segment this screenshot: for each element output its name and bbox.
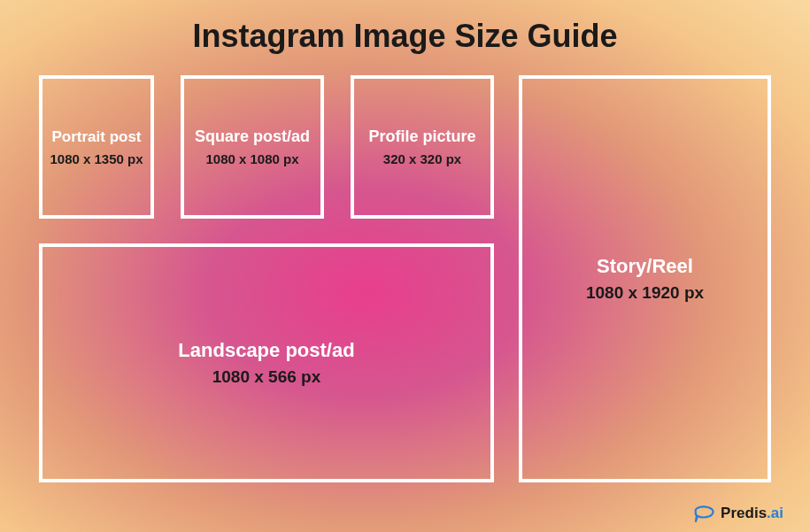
story-label: Story/Reel	[597, 255, 693, 278]
brand-name-dark: Predis	[721, 505, 767, 521]
square-label: Square post/ad	[195, 127, 310, 146]
brand-footer: Predis.ai	[692, 504, 783, 523]
brand-logo-icon	[692, 504, 715, 523]
brand-text: Predis.ai	[721, 505, 783, 522]
profile-dimensions: 320 x 320 px	[383, 151, 461, 166]
profile-label: Profile picture	[368, 127, 475, 146]
box-landscape-post: Landscape post/ad 1080 x 566 px	[39, 243, 494, 482]
landscape-dimensions: 1080 x 566 px	[212, 367, 321, 387]
brand-name-blue: .ai	[767, 505, 783, 521]
page-title: Instagram Image Size Guide	[0, 0, 810, 55]
story-dimensions: 1080 x 1920 px	[586, 283, 704, 303]
square-dimensions: 1080 x 1080 px	[205, 151, 298, 166]
landscape-label: Landscape post/ad	[178, 339, 354, 362]
box-square-post: Square post/ad 1080 x 1080 px	[181, 75, 324, 219]
portrait-dimensions: 1080 x 1350 px	[50, 151, 143, 166]
box-profile-picture: Profile picture 320 x 320 px	[351, 75, 494, 219]
box-portrait-post: Portrait post 1080 x 1350 px	[39, 75, 154, 219]
box-story-reel: Story/Reel 1080 x 1920 px	[519, 75, 771, 482]
size-guide-container: Portrait post 1080 x 1350 px Square post…	[39, 75, 771, 497]
portrait-label: Portrait post	[51, 128, 141, 146]
